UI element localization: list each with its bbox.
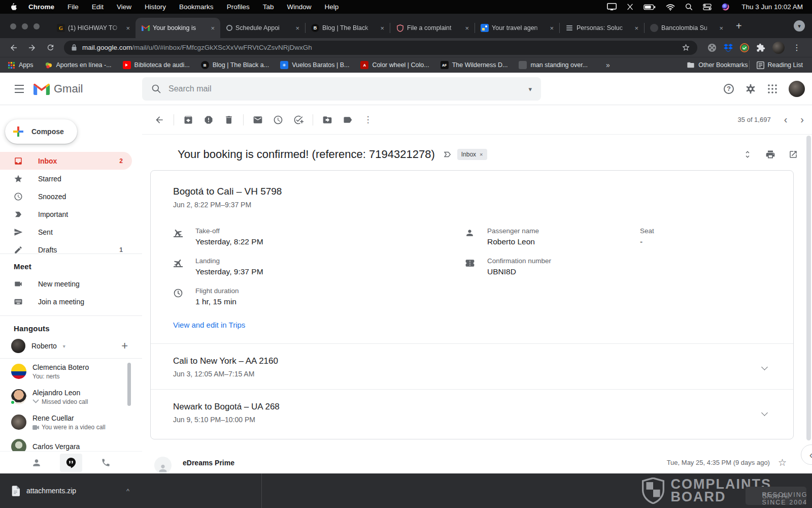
bookmark-blog[interactable]: B Blog | The Black a... (201, 61, 269, 69)
forward-icon[interactable] (24, 40, 40, 55)
hangouts-user[interactable]: Roberto ▾ + (0, 337, 142, 358)
main-menu-icon[interactable] (7, 77, 31, 101)
menu-chrome[interactable]: Chrome (22, 3, 61, 11)
hangouts-tab-icon[interactable] (60, 454, 82, 472)
menu-profiles[interactable]: Profiles (220, 3, 256, 11)
window-zoom-button[interactable] (33, 23, 40, 29)
bookmark-star-icon[interactable] (682, 43, 690, 52)
inbox-label-chip[interactable]: Inbox × (457, 149, 487, 160)
browser-profile-avatar[interactable] (772, 42, 785, 54)
google-apps-grid-icon[interactable] (767, 84, 777, 94)
sidebar-item-starred[interactable]: Starred (0, 170, 132, 187)
window-minimize-button[interactable] (22, 23, 28, 29)
reading-list[interactable]: Reading List (757, 61, 803, 69)
bluetooth-off-icon[interactable] (627, 3, 633, 11)
other-bookmarks[interactable]: Other Bookmarks (687, 61, 748, 69)
star-message-icon[interactable]: ☆ (778, 457, 787, 468)
siri-icon[interactable] (722, 3, 729, 11)
tab-close-icon[interactable]: × (548, 24, 555, 32)
important-marker-icon[interactable] (443, 150, 452, 159)
help-icon[interactable]: ? (724, 84, 734, 94)
menu-edit[interactable]: Edit (85, 3, 110, 11)
downloads-tray-icon[interactable]: ▾ (794, 20, 805, 31)
tab-highway[interactable]: G (1) HIGHWAY TO × (51, 18, 136, 38)
sender-avatar[interactable] (154, 457, 172, 474)
snooze-icon[interactable] (268, 110, 288, 130)
move-to-icon[interactable] (317, 110, 337, 130)
tab-complaint[interactable]: File a complaint × (390, 18, 475, 38)
sidebar-item-snoozed[interactable]: Snoozed (0, 187, 132, 205)
bookmark-wilderness[interactable]: AF The Wilderness D... (441, 61, 508, 69)
bookmarks-overflow-icon[interactable]: » (606, 61, 610, 69)
sender-name[interactable]: eDreams Prime (183, 459, 234, 467)
remove-label-icon[interactable]: × (480, 151, 483, 157)
download-options-caret-icon[interactable]: ^ (126, 487, 129, 495)
search-icon[interactable] (151, 84, 161, 94)
flight-segment-3[interactable]: Newark to Bogotá – UA 268 Jun 9, 5:10 PM… (173, 390, 771, 427)
sidebar-item-sent[interactable]: Sent (0, 223, 132, 241)
search-bar[interactable]: ▾ (142, 77, 541, 101)
bookmark-vuelos[interactable]: ✳ Vuelos Baratos | B... (280, 61, 349, 69)
screen-mirroring-icon[interactable] (607, 3, 617, 11)
menu-window[interactable]: Window (280, 3, 318, 11)
new-conversation-icon[interactable]: + (121, 339, 134, 353)
menubar-clock[interactable]: Thu 3 Jun 10:02 AM (741, 3, 803, 11)
sidebar-item-inbox[interactable]: Inbox 2 (0, 152, 132, 170)
labels-icon[interactable] (337, 110, 358, 130)
phone-tab-icon[interactable] (94, 454, 117, 472)
window-controls[interactable] (10, 23, 40, 29)
dropbox-icon[interactable] (724, 44, 733, 52)
delete-icon[interactable] (219, 110, 239, 130)
sidebar-item-join-meeting[interactable]: Join a meeting (0, 293, 132, 310)
contacts-tab-icon[interactable] (25, 454, 48, 472)
tab-close-icon[interactable]: × (294, 24, 301, 32)
contact-rene[interactable]: Rene Cuellar You were in a video call (0, 409, 142, 435)
new-tab-button[interactable]: + (729, 16, 749, 36)
search-input[interactable] (168, 84, 521, 93)
settings-gear-icon[interactable] (745, 83, 756, 94)
account-avatar[interactable] (789, 81, 805, 97)
back-icon[interactable] (6, 40, 21, 55)
menu-help[interactable]: Help (318, 3, 345, 11)
battery-icon[interactable] (644, 4, 656, 10)
chevron-down-icon[interactable] (761, 364, 768, 370)
contact-alejandro[interactable]: Alejandro Leon Missed video call (0, 384, 142, 409)
apple-icon[interactable] (9, 3, 17, 11)
tab-close-icon[interactable]: × (209, 24, 216, 32)
menu-bookmarks[interactable]: Bookmarks (173, 3, 220, 11)
mark-unread-icon[interactable] (248, 110, 268, 130)
sidebar-item-drafts[interactable]: Drafts 1 (0, 241, 132, 253)
sidebar-item-important[interactable]: Important (0, 205, 132, 223)
newer-email-icon[interactable]: ‹ (784, 114, 788, 125)
sidebar-item-new-meeting[interactable]: New meeting (0, 275, 132, 293)
compose-button[interactable]: Compose (5, 119, 77, 144)
gmail-logo[interactable]: Gmail (33, 82, 83, 96)
search-options-caret-icon[interactable]: ▾ (528, 85, 532, 93)
report-spam-icon[interactable] (198, 110, 219, 130)
older-email-icon[interactable]: › (800, 114, 804, 125)
chevron-down-icon[interactable] (761, 409, 768, 416)
tab-schedule[interactable]: Schedule Appoi × (220, 18, 305, 38)
tab-blog[interactable]: B Blog | The Black × (305, 18, 390, 38)
url-bar[interactable]: mail.google.com/mail/u/0/#inbox/FMfcgzGk… (64, 41, 697, 55)
view-in-trips-link[interactable]: View and edit in Trips (173, 321, 771, 329)
tab-close-icon[interactable]: × (379, 24, 386, 32)
reload-icon[interactable] (43, 40, 58, 55)
back-to-inbox-icon[interactable] (149, 110, 170, 130)
print-icon[interactable] (765, 149, 775, 160)
tab-close-icon[interactable]: × (633, 24, 640, 32)
extension-globe-icon[interactable] (740, 43, 749, 52)
spotlight-icon[interactable] (685, 3, 693, 11)
menu-view[interactable]: View (110, 3, 138, 11)
bookmark-man-standing[interactable]: man standing over... (519, 61, 588, 69)
browser-menu-icon[interactable]: ⋮ (792, 43, 802, 52)
tab-bancolombia[interactable]: Bancolombia Su × (644, 18, 729, 38)
more-options-icon[interactable]: ⋮ (358, 110, 378, 130)
bookmark-color-wheel[interactable]: A Color wheel | Colo... (360, 61, 429, 69)
tab-your-booking[interactable]: Your booking is × (136, 18, 220, 38)
menu-tab[interactable]: Tab (256, 3, 281, 11)
tab-close-icon[interactable]: × (718, 24, 725, 32)
contacts-scrollbar[interactable] (127, 363, 131, 406)
control-center-icon[interactable] (703, 4, 712, 10)
download-item[interactable]: attachments.zip ^ (0, 486, 129, 496)
